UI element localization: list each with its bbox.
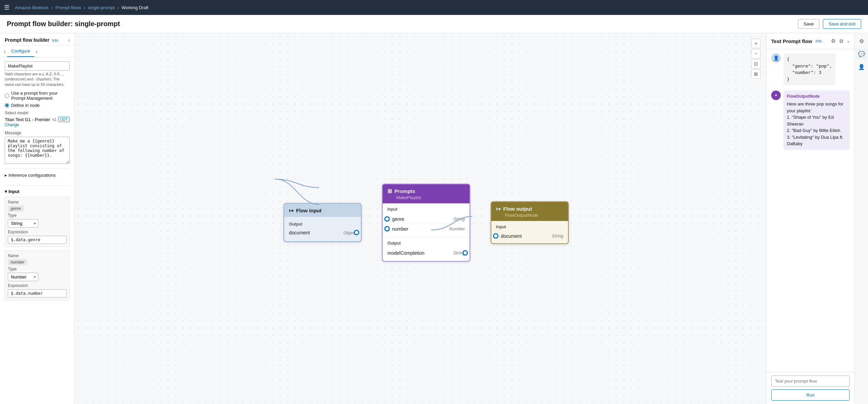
radio-management-label: Use a prompt from your Prompt Management bbox=[11, 91, 70, 101]
prompts-number-connector[interactable] bbox=[384, 226, 390, 231]
number-type-select-wrapper: Number String Object bbox=[8, 273, 38, 281]
main-layout: Prompt flow builder Info ‹ ‹ Configure ›… bbox=[0, 33, 868, 404]
number-expression-label: Expression bbox=[8, 283, 67, 288]
flow-input-node[interactable]: ↦ Flow input Output document Object bbox=[284, 203, 362, 242]
canvas-area[interactable]: + − ⊡ ⊞ ↦ Flow input Output bbox=[75, 33, 766, 404]
save-exit-button[interactable]: Save and exit bbox=[823, 19, 861, 29]
top-nav: ☰ Amazon Bedrock › Prompt flows › single… bbox=[0, 0, 868, 15]
test-prompt-input[interactable] bbox=[771, 376, 850, 387]
sidebar-tab-configure[interactable]: Configure bbox=[7, 46, 34, 57]
input-section: ▾ Input Name genre Type String Number Ob… bbox=[5, 185, 70, 301]
right-panel-copy-button[interactable]: ⧉ bbox=[839, 37, 844, 45]
response-content-box: FlowOutputNode Here are three pop songs … bbox=[783, 91, 850, 150]
prompts-output-connector[interactable] bbox=[463, 250, 468, 255]
number-type-select[interactable]: Number String Object bbox=[8, 273, 38, 281]
reset-button[interactable]: ⊞ bbox=[751, 69, 761, 79]
flow-input-header: ↦ Flow input bbox=[284, 204, 361, 217]
zoom-in-button[interactable]: + bbox=[751, 39, 761, 48]
flow-output-icon: ↦ bbox=[496, 205, 501, 212]
number-expression-input[interactable] bbox=[8, 289, 67, 297]
prompts-modelcompletion-name: modelCompletion bbox=[387, 250, 424, 255]
flow-output-node[interactable]: ↦ Flow output FlowOutputNode Input docum… bbox=[491, 201, 569, 244]
page-title: Prompt flow builder: single-prompt bbox=[7, 20, 120, 28]
right-panel-title-row: Test Prompt flow Info bbox=[771, 38, 822, 44]
flow-input-title: Flow input bbox=[296, 208, 322, 213]
right-panel-header-actions: ⚙ ⧉ › bbox=[830, 37, 850, 45]
flow-input-icon: ↦ bbox=[289, 207, 293, 214]
sidebar-nav-prev[interactable]: ‹ bbox=[3, 47, 7, 56]
prompts-node[interactable]: ⊞ Prompts MakePlaylist Input genre Strin… bbox=[382, 184, 470, 262]
radio-define-label: Define in node bbox=[11, 103, 40, 108]
nav-prompt-flows[interactable]: Prompt flows bbox=[55, 5, 81, 10]
right-panel-content: 👤 { "genre": "pop", "number": 3 } ✦ Flow… bbox=[766, 49, 854, 372]
model-change-link[interactable]: Change bbox=[5, 122, 19, 127]
menu-icon[interactable]: ☰ bbox=[4, 4, 10, 11]
input-item-number: Name number Type Number String Object bbox=[5, 250, 70, 301]
genre-name-label: Name bbox=[8, 200, 67, 205]
nav-current: Working Draft bbox=[122, 5, 148, 10]
flow-output-document-type: String bbox=[552, 233, 563, 238]
input-section-header: ▾ Input bbox=[5, 189, 70, 194]
sidebar-collapse-button[interactable]: ‹ bbox=[68, 37, 70, 43]
number-type-row: Type Number String Object bbox=[8, 267, 67, 281]
prompts-modelcompletion-row: modelCompletion String bbox=[387, 248, 465, 257]
prompts-genre-connector[interactable] bbox=[384, 216, 390, 222]
input-section-label: Input bbox=[8, 189, 19, 194]
user-avatar: 👤 bbox=[771, 53, 781, 63]
nav-single-prompt[interactable]: single-prompt bbox=[88, 5, 115, 10]
far-user-button[interactable]: 👤 bbox=[856, 62, 867, 72]
inference-arrow: ▸ bbox=[5, 173, 7, 178]
genre-type-select-wrapper: String Number Object bbox=[8, 219, 38, 228]
far-chat-button[interactable]: 💬 bbox=[856, 49, 867, 59]
right-panel-settings-button[interactable]: ⚙ bbox=[830, 37, 836, 45]
flow-output-document-connector[interactable] bbox=[493, 233, 499, 238]
genre-expression-input[interactable] bbox=[8, 236, 67, 244]
radio-management-input[interactable] bbox=[5, 94, 9, 98]
sidebar-nav: ‹ Configure › bbox=[0, 46, 74, 57]
flow-output-title: Flow output bbox=[503, 206, 532, 211]
sidebar-title: Prompt flow builder bbox=[5, 37, 49, 43]
number-name-value: number bbox=[8, 259, 27, 265]
genre-type-select[interactable]: String Number Object bbox=[8, 219, 38, 228]
sidebar-header: Prompt flow builder Info ‹ bbox=[0, 33, 74, 46]
zoom-out-button[interactable]: − bbox=[751, 49, 761, 58]
prompts-input-label: Input bbox=[387, 207, 465, 211]
inference-section: ▸ Inference configurations bbox=[5, 168, 70, 182]
prompt-source-group: Use a prompt from your Prompt Management… bbox=[5, 91, 70, 108]
flow-input-output-connector[interactable] bbox=[354, 230, 359, 235]
message-textarea[interactable]: Make me a {{genre}} playlist consisting … bbox=[5, 137, 70, 164]
right-panel-info-button[interactable]: Info bbox=[816, 39, 822, 43]
far-settings-button[interactable]: ⚙ bbox=[856, 36, 867, 46]
run-button[interactable]: Run bbox=[771, 389, 850, 401]
sidebar-info-button[interactable]: Info bbox=[52, 38, 58, 42]
prompts-number-type: Number bbox=[449, 226, 465, 231]
node-name-validation: Valid characters are a-z, A-Z, 0-9, _ (u… bbox=[5, 72, 70, 87]
genre-name-value: genre bbox=[8, 206, 24, 212]
sidebar-nav-next[interactable]: › bbox=[34, 47, 39, 56]
flow-output-input-label: Input bbox=[496, 224, 563, 229]
save-button[interactable]: Save bbox=[798, 19, 820, 29]
model-version: v1 bbox=[52, 117, 56, 121]
inference-toggle[interactable]: ▸ Inference configurations bbox=[5, 171, 70, 179]
prompts-genre-row: genre String bbox=[387, 214, 465, 224]
sidebar-content: Valid characters are a-z, A-Z, 0-9, _ (u… bbox=[0, 57, 74, 404]
fit-button[interactable]: ⊡ bbox=[751, 59, 761, 69]
message-group: Message Make me a {{genre}} playlist con… bbox=[5, 131, 70, 165]
radio-define-input[interactable] bbox=[5, 103, 9, 108]
genre-expression-row: Expression bbox=[8, 230, 67, 244]
right-panel-expand-button[interactable]: › bbox=[847, 38, 850, 45]
prompts-genre-type: String bbox=[453, 216, 465, 222]
number-name-label: Name bbox=[8, 253, 67, 258]
number-type-label: Type bbox=[8, 267, 67, 271]
node-name-input[interactable] bbox=[5, 61, 70, 71]
response-text: Here are three pop songs for your playli… bbox=[787, 101, 846, 147]
sidebar-header-title-group: Prompt flow builder Info bbox=[5, 37, 58, 43]
response-avatar: ✦ bbox=[771, 91, 781, 100]
radio-from-management[interactable]: Use a prompt from your Prompt Management bbox=[5, 91, 70, 101]
nav-amazon-bedrock[interactable]: Amazon Bedrock bbox=[15, 5, 49, 10]
model-select-label: Select model bbox=[5, 111, 70, 115]
canvas-controls: + − ⊡ ⊞ bbox=[751, 39, 761, 79]
response-node-name: FlowOutputNode bbox=[787, 93, 846, 99]
right-panel: Test Prompt flow Info ⚙ ⧉ › 👤 { "genre":… bbox=[766, 33, 854, 404]
radio-define-in-node[interactable]: Define in node bbox=[5, 103, 70, 108]
